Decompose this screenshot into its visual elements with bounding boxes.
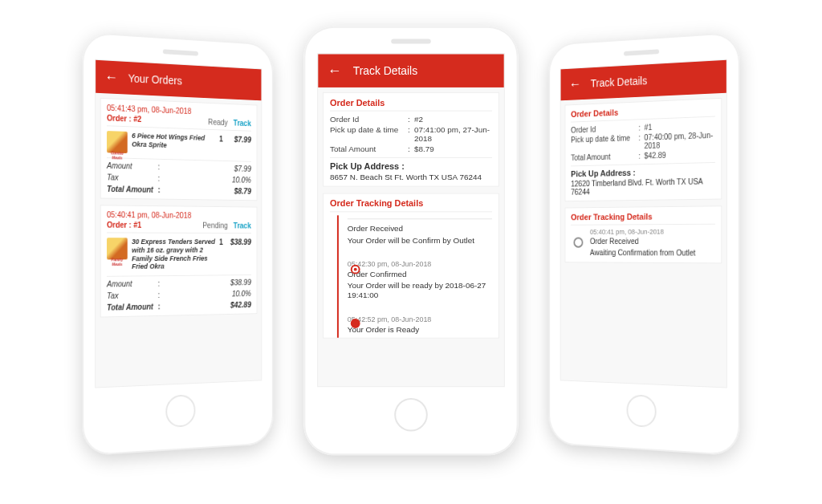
tracking-card: Order Tracking Details Order Received Yo… bbox=[323, 193, 499, 339]
tracking-card: Order Tracking Details 05:40:41 pm, 08-J… bbox=[565, 205, 722, 263]
item-qty: 1 bbox=[217, 238, 225, 246]
phone-your-orders: ← Your Orders 05:41:43 pm, 08-Jun-2018 O… bbox=[82, 32, 273, 457]
step-timestamp: 05:42:52 pm, 08-Jun-2018 bbox=[348, 315, 492, 323]
step-timestamp: 05:40:41 pm, 08-Jun-2018 bbox=[590, 228, 696, 236]
step-timestamp: 05:42:30 pm, 08-Jun-2018 bbox=[348, 260, 492, 268]
timeline-step: 05:42:52 pm, 08-Jun-2018 Your Order is R… bbox=[348, 312, 492, 338]
back-arrow-icon[interactable]: ← bbox=[328, 63, 342, 78]
track-content: Order Details Order Id:#2 Pick up date &… bbox=[318, 87, 504, 386]
back-arrow-icon[interactable]: ← bbox=[104, 70, 118, 84]
total-amount-value: $8.79 bbox=[414, 144, 492, 153]
order-status: Pending bbox=[202, 222, 228, 230]
tracking-timeline: Order Received Your Order will be Confir… bbox=[330, 215, 492, 337]
earpiece bbox=[163, 49, 198, 55]
pickup-address-heading: Pick Up Address : bbox=[330, 157, 492, 171]
order-label: Order : bbox=[107, 221, 132, 230]
order-timestamp: 05:40:41 pm, 08-Jun-2018 bbox=[107, 210, 251, 220]
amount-label: Amount bbox=[107, 161, 158, 171]
item-price: $7.99 bbox=[226, 135, 251, 144]
step-message: Your Order will be Confirm by Outlet bbox=[348, 234, 492, 246]
step-message: Your Order will be ready by 2018-06-27 1… bbox=[348, 279, 492, 301]
order-item-row: 30 Express Tenders Served with 16 oz. gr… bbox=[107, 233, 251, 277]
orders-list: 05:41:43 pm, 08-Jun-2018 Order : #2 Read… bbox=[96, 93, 261, 388]
pickup-datetime-value: 07:41:00 pm, 27-Jun-2018 bbox=[414, 125, 492, 143]
total-value: $42.89 bbox=[165, 301, 251, 311]
step-title: Order Received bbox=[348, 222, 492, 234]
section-title: Order Details bbox=[571, 104, 715, 123]
step-title: Your Order is Ready bbox=[348, 323, 492, 334]
order-label: Order : bbox=[107, 114, 132, 124]
section-title: Order Tracking Details bbox=[330, 199, 492, 213]
timeline-node-icon bbox=[351, 265, 360, 274]
item-price: $38.99 bbox=[226, 238, 251, 246]
amount-value: $38.99 bbox=[165, 278, 251, 288]
tax-value: 10.0% bbox=[165, 174, 251, 185]
total-amount-label: Total Amount bbox=[571, 152, 638, 162]
section-title: Order Details bbox=[330, 98, 492, 112]
tax-label: Tax bbox=[107, 291, 158, 301]
order-item-row: 6 Piece Hot Wings Fried Okra Sprite 1 $7… bbox=[107, 126, 251, 162]
phone-track-details-ready: ← Track Details Order Details Order Id:#… bbox=[303, 26, 518, 456]
pickup-datetime-label: Pick up date & time bbox=[571, 133, 638, 152]
screen: ← Track Details Order Details Order Id:#… bbox=[317, 53, 505, 387]
timeline-step: 05:40:41 pm, 08-Jun-2018 Order Received … bbox=[571, 228, 715, 258]
order-id-value: #2 bbox=[414, 116, 492, 124]
step-title: Order Confirmed bbox=[348, 268, 492, 279]
order-status: Ready bbox=[208, 118, 228, 127]
step-message: Awaiting Confirmation from Outlet bbox=[590, 246, 696, 258]
pickup-address: 8657 N. Beach St Ft. Worth TX USA 76244 bbox=[330, 171, 492, 181]
order-number: #2 bbox=[133, 115, 141, 124]
item-thumbnail bbox=[107, 238, 128, 259]
screen-title: Track Details bbox=[353, 64, 417, 77]
earpiece bbox=[391, 39, 431, 44]
item-name: 6 Piece Hot Wings Fried Okra Sprite bbox=[132, 132, 217, 151]
item-thumbnail bbox=[107, 131, 128, 153]
tax-label: Tax bbox=[107, 173, 158, 183]
timeline-step: Order Received Your Order will be Confir… bbox=[348, 215, 492, 256]
total-value: $8.79 bbox=[165, 185, 251, 195]
order-details-card: Order Details Order Id:#2 Pick up date &… bbox=[323, 92, 499, 187]
phone-track-details-pending: ← Track Details Order Details Order Id:#… bbox=[549, 32, 740, 457]
total-amount-label: Total Amount bbox=[330, 144, 408, 153]
appbar: ← Track Details bbox=[318, 54, 504, 87]
item-name: 30 Express Tenders Served with 16 oz. gr… bbox=[132, 238, 217, 271]
track-content: Order Details Order Id:#1 Pick up date &… bbox=[561, 93, 726, 388]
track-link[interactable]: Track bbox=[234, 222, 251, 230]
order-id-label: Order Id bbox=[330, 116, 408, 124]
tax-value: 10.0% bbox=[165, 290, 251, 299]
screen: ← Track Details Order Details Order Id:#… bbox=[560, 59, 727, 388]
screen-title: Your Orders bbox=[128, 72, 182, 87]
timeline-line-icon bbox=[337, 215, 339, 337]
item-qty: 1 bbox=[217, 135, 225, 144]
timeline-node-empty-icon bbox=[574, 238, 584, 248]
screen-title: Track Details bbox=[591, 75, 647, 90]
timeline-step: 05:42:30 pm, 08-Jun-2018 Order Confirmed… bbox=[348, 257, 492, 312]
home-button[interactable] bbox=[165, 394, 195, 428]
home-button[interactable] bbox=[394, 398, 428, 432]
order-card[interactable]: 05:41:43 pm, 08-Jun-2018 Order : #2 Read… bbox=[100, 98, 258, 201]
earpiece bbox=[624, 49, 659, 55]
back-arrow-icon[interactable]: ← bbox=[569, 77, 581, 91]
step-title: Order Received bbox=[590, 235, 696, 246]
order-details-card: Order Details Order Id:#1 Pick up date &… bbox=[565, 98, 722, 201]
pickup-address: 12620 Timberland Blvd. Ft. Worth TX USA … bbox=[571, 175, 715, 196]
total-label: Total Amount bbox=[107, 185, 158, 194]
amount-label: Amount bbox=[107, 279, 158, 288]
screen: ← Your Orders 05:41:43 pm, 08-Jun-2018 O… bbox=[95, 59, 262, 388]
total-amount-value: $42.89 bbox=[645, 149, 715, 160]
track-link[interactable]: Track bbox=[234, 119, 251, 128]
timeline-node-icon bbox=[351, 319, 360, 328]
pickup-datetime-label: Pick up date & time bbox=[330, 125, 408, 143]
home-button[interactable] bbox=[627, 394, 657, 428]
total-label: Total Amount bbox=[107, 303, 158, 312]
order-number: #1 bbox=[133, 221, 141, 230]
section-title: Order Tracking Details bbox=[571, 211, 715, 226]
order-card[interactable]: 05:40:41 pm, 08-Jun-2018 Order : #1 Pend… bbox=[100, 205, 258, 317]
pickup-datetime-value: 07:40:00 pm, 28-Jun-2018 bbox=[645, 131, 715, 150]
